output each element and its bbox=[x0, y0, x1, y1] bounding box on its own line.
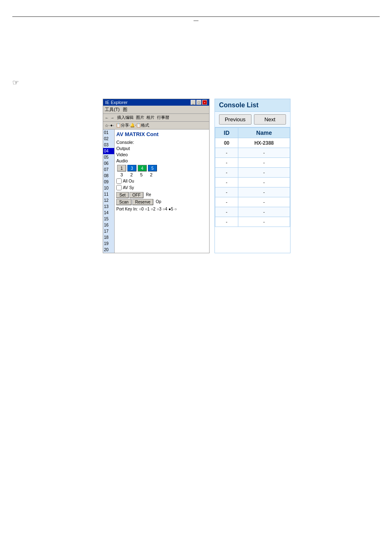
op-label: Op bbox=[154, 199, 163, 205]
audio-row: Audio bbox=[116, 158, 208, 163]
table-row[interactable]: -- bbox=[215, 158, 290, 168]
num-16[interactable]: 16 bbox=[103, 222, 114, 228]
num-09[interactable]: 09 bbox=[103, 179, 114, 185]
off-button[interactable]: OFF bbox=[129, 192, 143, 198]
port-btn-1[interactable]: 1 bbox=[117, 165, 126, 171]
console-table: ID Name 00HX-2388---------------- bbox=[215, 127, 290, 227]
port-val-3: 5 bbox=[137, 172, 146, 177]
col-id: ID bbox=[215, 128, 238, 138]
num-10[interactable]: 10 bbox=[103, 185, 114, 191]
scan-button[interactable]: Scan bbox=[116, 199, 131, 205]
output-row: Output bbox=[116, 146, 208, 151]
video-label: Video bbox=[116, 152, 136, 157]
num-03[interactable]: 03 bbox=[103, 142, 114, 148]
main-content: IE Explorer _ □ × 工具(T) 图 ← → 插入编辑 图片 相片… bbox=[103, 99, 291, 253]
port-btn-4[interactable]: 4 bbox=[138, 165, 147, 171]
port-val-4: 2 bbox=[147, 172, 156, 177]
console-label: Console: bbox=[116, 140, 136, 145]
av-title: AV MATRIX Cont bbox=[116, 131, 208, 137]
cell-name: - bbox=[238, 178, 290, 187]
num-02[interactable]: 02 bbox=[103, 136, 114, 142]
cell-id: - bbox=[215, 207, 238, 217]
cell-id: - bbox=[215, 217, 238, 227]
video-row: Video bbox=[116, 152, 208, 157]
re-label: Re bbox=[144, 192, 153, 198]
table-row[interactable]: -- bbox=[215, 197, 290, 207]
num-05[interactable]: 05 bbox=[103, 154, 114, 160]
cell-id: - bbox=[215, 148, 238, 158]
cell-name: - bbox=[238, 197, 290, 207]
console-row: Console: bbox=[116, 140, 208, 145]
num-20[interactable]: 20 bbox=[103, 247, 114, 253]
port-key-in: Port Key In: ○0 ○1 ○2 ○3 ○4 ●5 ○ bbox=[116, 207, 208, 211]
console-list-panel: Console List Previous Next ID Name 00HX-… bbox=[214, 99, 291, 253]
ie-toolbar: ← → 插入编辑 图片 相片 行事暦 bbox=[103, 114, 209, 122]
menu-tools[interactable]: 工具(T) bbox=[105, 106, 120, 113]
toolbar-icons: ☆·✦· bbox=[105, 123, 114, 128]
num-13[interactable]: 13 bbox=[103, 204, 114, 210]
cell-name: - bbox=[238, 207, 290, 217]
audio-label: Audio bbox=[116, 158, 136, 163]
num-14[interactable]: 14 bbox=[103, 210, 114, 216]
table-row[interactable]: 00HX-2388 bbox=[215, 138, 290, 148]
num-11[interactable]: 11 bbox=[103, 191, 114, 197]
console-list-header: Console List bbox=[215, 99, 290, 112]
ie-title: IE Explorer bbox=[105, 100, 127, 105]
cell-id: - bbox=[215, 178, 238, 187]
num-15[interactable]: 15 bbox=[103, 216, 114, 222]
num-04[interactable]: 04 bbox=[103, 148, 114, 154]
ie-titlebar: IE Explorer _ □ × bbox=[103, 99, 209, 106]
ie-window: IE Explorer _ □ × 工具(T) 图 ← → 插入编辑 图片 相片… bbox=[103, 99, 210, 253]
av-sy-row: AV Sy bbox=[116, 185, 208, 190]
num-01[interactable]: 01 bbox=[103, 130, 114, 136]
av-panel: AV MATRIX Cont Console: Output Video Aud… bbox=[115, 130, 209, 253]
num-17[interactable]: 17 bbox=[103, 228, 114, 234]
console-nav-row: Previous Next bbox=[215, 112, 290, 127]
col-name: Name bbox=[238, 128, 290, 138]
num-12[interactable]: 12 bbox=[103, 197, 114, 204]
cell-name: - bbox=[238, 158, 290, 168]
cell-id: - bbox=[215, 197, 238, 207]
port-btn-3[interactable]: 3 bbox=[127, 165, 136, 171]
set-off-row: Set OFF Re bbox=[116, 192, 208, 198]
top-rule bbox=[12, 16, 380, 17]
ie-close[interactable]: × bbox=[202, 100, 207, 105]
cell-name: HX-2388 bbox=[238, 138, 290, 148]
table-row[interactable]: -- bbox=[215, 168, 290, 178]
previous-button[interactable]: Previous bbox=[219, 114, 251, 125]
cell-name: - bbox=[238, 168, 290, 178]
table-row[interactable]: -- bbox=[215, 178, 290, 187]
ie-maximize[interactable]: □ bbox=[196, 100, 201, 105]
table-row[interactable]: -- bbox=[215, 187, 290, 197]
port-buttons-row: 1 3 4 5 bbox=[117, 165, 208, 171]
all-out-row: All Ou bbox=[116, 178, 208, 184]
table-row[interactable]: -- bbox=[215, 148, 290, 158]
cell-id: - bbox=[215, 158, 238, 168]
num-06[interactable]: 06 bbox=[103, 160, 114, 166]
set-button[interactable]: Set bbox=[116, 192, 129, 198]
port-val-1: 3 bbox=[117, 172, 126, 177]
next-button[interactable]: Next bbox=[254, 114, 286, 125]
av-sy-label: AV Sy bbox=[123, 185, 134, 190]
num-08[interactable]: 08 bbox=[103, 173, 114, 179]
port-values-row: 3 2 5 2 bbox=[117, 172, 208, 177]
num-19[interactable]: 19 bbox=[103, 240, 114, 247]
toolbar-folder-items: 插入编辑 图片 相片 行事暦 bbox=[117, 115, 169, 120]
toolbar-fwd[interactable]: → bbox=[110, 116, 114, 120]
all-out-checkbox[interactable] bbox=[116, 178, 122, 184]
reserve-button[interactable]: Reserve bbox=[132, 199, 153, 205]
all-out-label: All Ou bbox=[123, 179, 134, 183]
num-07[interactable]: 07 bbox=[103, 166, 114, 173]
table-row[interactable]: -- bbox=[215, 217, 290, 227]
port-btn-5[interactable]: 5 bbox=[148, 165, 157, 171]
av-sy-checkbox[interactable] bbox=[116, 185, 122, 190]
ie-minimize[interactable]: _ bbox=[191, 100, 196, 105]
cell-id: - bbox=[215, 168, 238, 178]
ie-menubar: 工具(T) 图 bbox=[103, 106, 209, 114]
toolbar-back[interactable]: ← bbox=[105, 116, 109, 120]
num-18[interactable]: 18 bbox=[103, 234, 114, 240]
menu-img[interactable]: 图 bbox=[123, 106, 127, 113]
number-sidebar: 01 02 03 04 05 06 07 08 09 10 11 12 13 1… bbox=[103, 130, 115, 253]
table-row[interactable]: -- bbox=[215, 207, 290, 217]
cell-id: 00 bbox=[215, 138, 238, 148]
